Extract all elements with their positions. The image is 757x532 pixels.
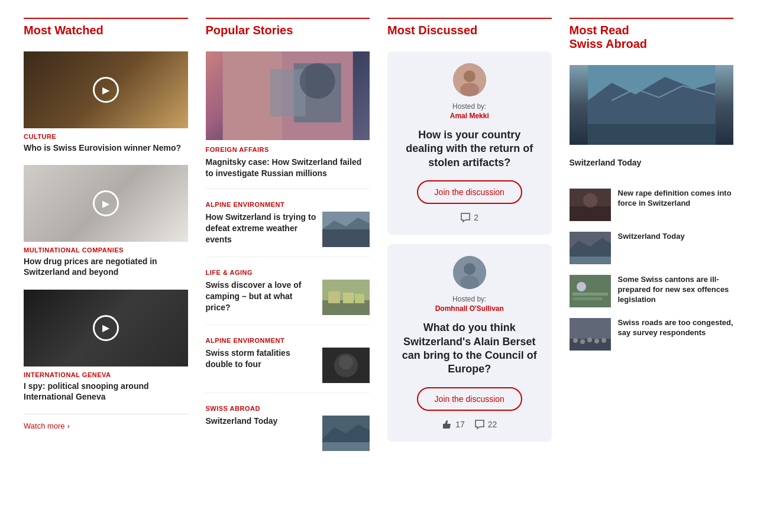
svg-point-27	[583, 193, 597, 207]
read-thumbnail	[570, 189, 611, 221]
svg-point-40	[601, 338, 606, 343]
discussion-card: Hosted by: Domhnall O'Sullivan What do y…	[387, 244, 552, 442]
popular-stories-title: Popular Stories	[206, 18, 370, 42]
svg-rect-16	[322, 442, 370, 451]
svg-point-18	[464, 70, 475, 82]
story-thumbnail	[322, 280, 370, 315]
play-button[interactable]: ▶	[93, 77, 119, 103]
svg-point-38	[587, 338, 592, 342]
story-title: Switzerland Today	[206, 416, 317, 427]
comment-count: 2	[474, 213, 478, 222]
story-category: SWISS ABROAD	[206, 405, 370, 412]
like-count: 17	[455, 420, 465, 429]
most-watched-column: Most Watched ▶ CULTURE Who is Swiss Euro…	[24, 18, 188, 472]
read-title: New rape definition comes into force in …	[618, 189, 734, 209]
story-item: ALPINE ENVIRONMENT How Switzerland is tr…	[206, 201, 370, 257]
hosted-by-label: Hosted by:	[452, 295, 486, 303]
story-item: ALPINE ENVIRONMENT Swiss storm fatalitie…	[206, 337, 370, 393]
comment-stat: 22	[474, 419, 497, 430]
svg-point-19	[460, 83, 479, 96]
story-item-top: FOREIGN AFFAIRS Magnitsky case: How Swit…	[206, 51, 370, 189]
svg-rect-24	[588, 124, 715, 145]
story-thumbnail	[322, 416, 370, 451]
read-title: Some Swiss cantons are ill-prepared for …	[618, 275, 734, 305]
svg-rect-26	[570, 206, 611, 221]
play-icon: ▶	[102, 198, 109, 209]
story-content: How Switzerland is trying to defeat extr…	[206, 212, 370, 247]
host-name: Domhnall O'Sullivan	[435, 304, 504, 313]
join-discussion-button[interactable]: Join the discussion	[417, 180, 522, 204]
host-avatar	[453, 63, 486, 96]
story-category: ALPINE ENVIRONMENT	[206, 337, 370, 344]
host-name: Amal Mekki	[450, 112, 489, 120]
story-top-image	[206, 51, 370, 140]
most-read-title: Most Read Swiss Abroad	[570, 18, 734, 56]
svg-rect-3	[270, 69, 305, 116]
video-thumbnail[interactable]: ▶	[24, 290, 188, 366]
svg-rect-30	[570, 275, 611, 307]
play-button[interactable]: ▶	[93, 190, 119, 216]
story-category: LIFE & AGING	[206, 269, 370, 276]
story-title: Swiss discover a love of camping – but a…	[206, 280, 317, 313]
most-read-column: Most Read Swiss Abroad Switzerland Today	[570, 18, 734, 472]
story-title: Swiss storm fatalities double to four	[206, 348, 317, 370]
video-item: ▶ INTERNATIONAL GENEVA I spy: political …	[24, 290, 188, 402]
read-top-title: Switzerland Today	[570, 158, 642, 167]
svg-rect-29	[570, 257, 611, 264]
video-category: CULTURE	[24, 133, 188, 140]
read-title: Swiss roads are too congested, say surve…	[618, 318, 734, 338]
like-stat: 17	[442, 419, 465, 430]
read-thumbnail	[570, 318, 611, 351]
comment-icon	[474, 419, 485, 430]
svg-rect-11	[355, 294, 364, 303]
discussion-card: Hosted by: Amal Mekki How is your countr…	[387, 51, 552, 235]
play-button[interactable]: ▶	[93, 315, 119, 341]
video-title: I spy: political snooping around Interna…	[24, 381, 188, 402]
svg-point-31	[577, 282, 586, 291]
video-thumbnail[interactable]: ▶	[24, 165, 188, 242]
svg-point-4	[299, 63, 335, 99]
story-title: How Switzerland is trying to defeat extr…	[206, 212, 317, 245]
video-item: ▶ MULTINATIONAL COMPANIES How drug price…	[24, 165, 188, 277]
comment-count: 22	[488, 420, 497, 429]
read-item-top: Switzerland Today	[570, 65, 734, 178]
read-item: Some Swiss cantons are ill-prepared for …	[570, 275, 734, 307]
read-item: Swiss roads are too congested, say surve…	[570, 318, 734, 351]
popular-stories-column: Popular Stories FOREIGN AFFAIRS Magnitsk…	[206, 18, 370, 472]
svg-rect-6	[322, 229, 370, 247]
video-title: How drug prices are negotiated in Switze…	[24, 256, 188, 277]
story-content: Swiss discover a love of camping – but a…	[206, 280, 370, 315]
story-item: LIFE & AGING Swiss discover a love of ca…	[206, 269, 370, 325]
story-title: Magnitsky case: How Switzerland failed t…	[206, 157, 370, 179]
svg-rect-10	[343, 293, 354, 303]
play-icon: ▶	[102, 85, 109, 96]
svg-point-39	[594, 339, 599, 343]
host-avatar	[453, 256, 486, 289]
svg-rect-9	[328, 291, 340, 303]
story-thumbnail	[322, 348, 370, 383]
play-icon: ▶	[102, 322, 109, 333]
read-item: New rape definition comes into force in …	[570, 189, 734, 221]
comment-stat: 2	[460, 212, 478, 223]
video-thumbnail[interactable]: ▶	[24, 51, 188, 128]
discussion-stats: 17 22	[442, 419, 497, 430]
read-item: Switzerland Today	[570, 232, 734, 264]
discussion-question: How is your country dealing with the ret…	[399, 128, 540, 170]
read-thumbnail	[570, 275, 611, 307]
svg-point-22	[460, 275, 479, 289]
hosted-by-label: Hosted by:	[452, 102, 486, 111]
most-discussed-column: Most Discussed Hosted by: Amal Mekki How…	[387, 18, 552, 472]
most-discussed-title: Most Discussed	[387, 18, 552, 42]
svg-point-37	[580, 339, 585, 344]
story-content: Swiss storm fatalities double to four	[206, 348, 370, 383]
story-category: FOREIGN AFFAIRS	[206, 146, 370, 153]
video-category: INTERNATIONAL GENEVA	[24, 371, 188, 378]
story-category: ALPINE ENVIRONMENT	[206, 201, 370, 208]
svg-point-14	[339, 355, 353, 369]
chevron-right-icon: ›	[67, 421, 70, 430]
watch-more-link[interactable]: Watch more ›	[24, 414, 188, 430]
join-discussion-button[interactable]: Join the discussion	[417, 387, 522, 411]
svg-point-36	[573, 338, 578, 343]
discussion-question: What do you think Switzerland's Alain Be…	[399, 321, 540, 377]
story-item: SWISS ABROAD Switzerland Today	[206, 405, 370, 460]
